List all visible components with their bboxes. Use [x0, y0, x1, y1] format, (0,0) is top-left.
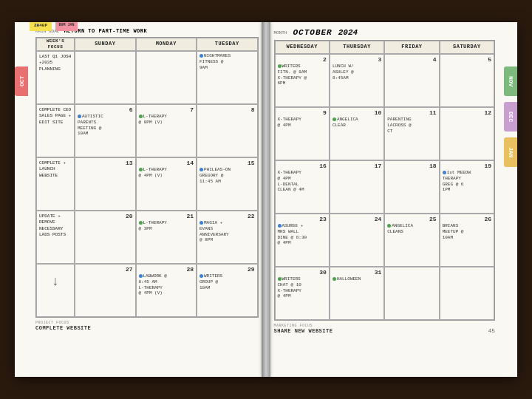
week2-tuesday: 8 [197, 104, 258, 157]
week2-focus: COMPLETE CEO SALES PAGE + EDIT SITE [36, 104, 75, 157]
planner-book: OCT 2H40P BUM JAN MAIN GOAL RETURN TO PA… [15, 22, 517, 377]
right-page: NOV DEC JAN MONTH OCTOBER 2024 WEDNESDAY… [267, 22, 518, 377]
col-header-saturday: SATURDAY [440, 41, 494, 54]
sticky-pink: BUM JAN [55, 22, 78, 31]
sticky-yellow: 2H40P [30, 22, 52, 31]
rweek2-friday: 11 PARENTINGLACROSS @CT [384, 107, 439, 160]
rweek3-thursday: 17 [330, 160, 384, 214]
week5-focus: ↓ [36, 264, 75, 317]
week2-sunday: 6 AUTISTICPARENTSMEETING @10AM [75, 104, 136, 157]
col-header-wednesday: WEDNESDAY [275, 41, 330, 54]
week4-monday: 21 L-THERAPY@ 3PM [136, 211, 197, 264]
week5-monday: 28 LABWORK @8:45 AML-THERAPY@ 4PM (V) [136, 264, 197, 317]
tab-dec[interactable]: DEC [504, 102, 517, 132]
page-number: 45 [488, 327, 495, 334]
rweek3-saturday: 19 1st MEEOWTHERAPYGREG @ 61PM [440, 160, 494, 214]
rweek2-saturday: 12 [440, 107, 494, 160]
rweek2-thursday: 10 ANGELICACLEAR [330, 107, 384, 160]
rweek1-thursday: 3 LUNCH W/ASHLEY @8:45AM [330, 54, 384, 107]
week2-monday: 7 L-THERAPY@ 8PM (V) [136, 104, 197, 157]
rweek1-wednesday: 2 WRITERSFITN. @ 8AMX-THERAPY @6PM [275, 54, 330, 107]
month-value: OCTOBER [293, 28, 332, 37]
week3-monday: 14 L-THERAPY@ 4PM (V) [136, 157, 197, 211]
week1-sunday [75, 51, 136, 104]
week3-sunday: 13 [75, 157, 136, 211]
right-footer-value: SHARE NEW WEBSITE [274, 328, 333, 334]
rweek5-wednesday: 30 WRITERSCHAT @ 10X-THERAPY@ 4PM [275, 267, 330, 320]
col-header-focus: WEEK'S FOCUS [36, 38, 75, 51]
rweek1-friday: 4 [384, 54, 439, 107]
year-value: 2024 [338, 28, 358, 37]
week4-tuesday: 22 MAGIA +EVANSANNIVERSARY@ 8PM [197, 211, 258, 264]
rweek3-wednesday: 16 X-THERAPY@ 4PML-DENTALCLEAN @ 4M [275, 160, 330, 214]
week3-tuesday: 15 PHILEAS-ONGREGORY @11:45 AM [197, 157, 258, 211]
left-page: OCT 2H40P BUM JAN MAIN GOAL RETURN TO PA… [15, 22, 267, 377]
week4-focus: UPDATE + REMOVE NECESSARY LADS POSTS [36, 211, 75, 264]
col-header-thursday: THURSDAY [330, 41, 384, 54]
month-label: MONTH [274, 30, 287, 35]
week1-tuesday: NIGHTMARESFITNESS @9AM [197, 51, 258, 104]
tab-oct[interactable]: OCT [15, 66, 28, 96]
rweek1-saturday: 5 [440, 54, 494, 107]
rweek4-saturday: 26 BRIANSMEETUP @10AM [440, 214, 494, 267]
rweek4-friday: 25 ANGELICACLEANS [384, 214, 439, 267]
week3-focus: COMPLETE + LAUNCH WEBSITE [36, 157, 75, 211]
rweek5-saturday [440, 267, 494, 320]
col-header-monday: MONDAY [136, 38, 197, 51]
col-header-sunday: SUNDAY [75, 38, 136, 51]
tab-nov[interactable]: NOV [504, 66, 517, 96]
left-calendar-grid: WEEK'S FOCUS SUNDAY MONDAY TUESDAY LAST … [35, 37, 259, 318]
rweek5-thursday: 31 HALLOWEEN [330, 267, 384, 320]
col-header-friday: FRIDAY [384, 41, 439, 54]
rweek2-wednesday: 9 X-THERAPY@ 4PM [275, 107, 330, 160]
rweek4-wednesday: 23 ASUREE +MRS WALLDINE @ 6:30@ 4PM [275, 214, 330, 267]
week1-monday [136, 51, 197, 104]
col-header-tuesday: TUESDAY [197, 38, 258, 51]
rweek3-friday: 18 [384, 160, 439, 214]
tab-jan[interactable]: JAN [504, 137, 517, 167]
right-calendar-grid: WEDNESDAY THURSDAY FRIDAY SATURDAY 2 WRI… [274, 40, 496, 321]
book-spine [262, 22, 270, 377]
week1-focus: LAST Q1 JOSH +2035 PLANNING [36, 51, 75, 104]
week5-sunday: 27 [75, 264, 136, 317]
rweek4-thursday: 24 [330, 214, 384, 267]
week5-tuesday: 29 WRITERSGROUP @10AM [197, 264, 258, 317]
left-footer-value: COMPLETE WEBSITE [35, 325, 91, 331]
week4-sunday: 20 [75, 211, 136, 264]
rweek5-friday [384, 267, 439, 320]
